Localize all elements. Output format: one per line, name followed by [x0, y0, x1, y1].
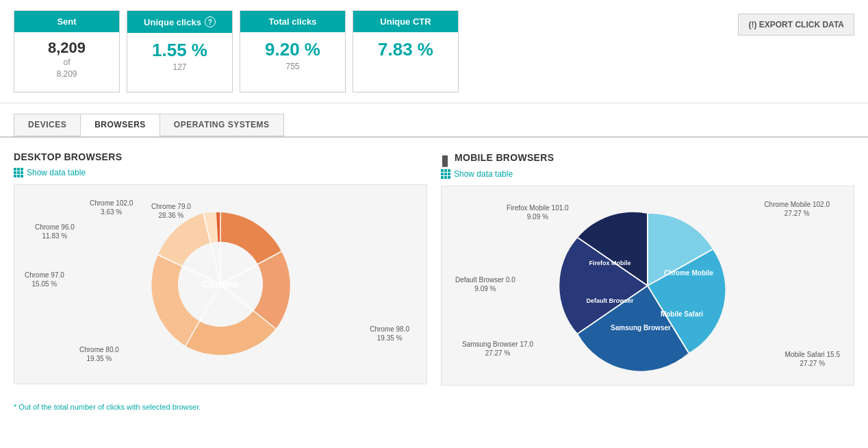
tab-devices[interactable]: DEVICES [14, 114, 81, 136]
label-chrome96: Chrome 96.0 11.83 % [35, 223, 75, 240]
sent-header: Sent [14, 11, 119, 32]
desktop-browsers-title: DESKTOP BROWSERS [14, 151, 122, 162]
unique-ctr-body: 7.83 % [353, 32, 458, 67]
inner-label-firefox: Firefox Mobile [589, 260, 630, 266]
unique-clicks-body: 1.55 % 127 [127, 33, 232, 79]
sent-of-label: of [63, 58, 70, 67]
inner-label-safari: Mobile Safari [661, 310, 703, 318]
label-chrome97: Chrome 97.0 15.05 % [25, 271, 64, 288]
label-mobile-safari: Mobile Safari 15.5 27.27 % [784, 350, 840, 368]
mobile-pie-container: Chrome Mobile Mobile Safari Samsung Brow… [452, 197, 843, 375]
label-chrome79: Chrome 79.0 28.36 % [151, 202, 191, 220]
label-chrome98: Chrome 98.0 19.35 % [370, 325, 409, 343]
total-clicks-main: 9.20 % [247, 39, 338, 60]
tab-os-label: OPERATING SYSTEMS [174, 120, 270, 129]
footer-note: * Out of the total number of clicks with… [0, 399, 868, 418]
unique-ctr-header: Unique CTR [353, 11, 458, 32]
sent-sub-value: 8,209 [56, 69, 77, 79]
sent-main-value: 8,209 [21, 39, 112, 57]
mobile-show-data-label: Show data table [454, 169, 513, 179]
label-firefox-mobile: Firefox Mobile 101.0 9.09 % [507, 203, 569, 221]
inner-label-default: Default Browser [586, 297, 634, 304]
stats-bar: Sent 8,209 of 8,209 Unique clicks ? 1.55… [0, 0, 868, 103]
mobile-show-data-link[interactable]: Show data table [441, 169, 854, 179]
desktop-chart-box: Chrome Chrome 79.0 28.36 % Chrome 98.0 1… [14, 184, 427, 384]
label-chrome102: Chrome 102.0 3.63 % [90, 199, 133, 216]
tab-operating-systems[interactable]: OPERATING SYSTEMS [159, 114, 284, 136]
total-clicks-card: Total clicks 9.20 % 755 [240, 10, 346, 92]
export-click-data-button[interactable]: (!) EXPORT CLICK DATA [738, 14, 854, 36]
label-samsung: Samsung Browser 17.0 27.27 % [462, 340, 533, 358]
mobile-browsers-title: MOBILE BROWSERS [455, 152, 554, 163]
grid-icon-mobile [441, 169, 450, 179]
desktop-browsers-section: DESKTOP BROWSERS Show data table [14, 151, 427, 386]
tabs-row: DEVICES BROWSERS OPERATING SYSTEMS [0, 103, 868, 138]
desktop-show-data-label: Show data table [27, 168, 86, 177]
tab-browsers[interactable]: BROWSERS [80, 114, 160, 136]
sent-card: Sent 8,209 of 8,209 [14, 10, 120, 92]
help-icon[interactable]: ? [205, 16, 216, 27]
total-clicks-body: 9.20 % 755 [240, 32, 345, 78]
unique-ctr-main: 7.83 % [360, 39, 451, 60]
unique-clicks-card: Unique clicks ? 1.55 % 127 [127, 10, 233, 92]
sent-label: Sent [57, 16, 76, 27]
sent-of: of 8,209 [21, 57, 112, 80]
unique-clicks-header: Unique clicks ? [127, 11, 232, 33]
donut-center-label: Chrome [203, 279, 239, 290]
mobile-chart-box: Chrome Mobile Mobile Safari Samsung Brow… [441, 186, 854, 386]
label-chrome-mobile: Chrome Mobile 102.0 27.27 % [764, 200, 830, 218]
unique-ctr-card: Unique CTR 7.83 % [353, 10, 459, 92]
charts-area: DESKTOP BROWSERS Show data table [0, 138, 868, 399]
total-clicks-sub: 755 [247, 62, 338, 71]
label-default: Default Browser 0.0 9.09 % [455, 275, 515, 293]
grid-icon-desktop [14, 168, 23, 177]
total-clicks-header: Total clicks [240, 11, 345, 32]
label-chrome80: Chrome 80.0 19.35 % [79, 345, 119, 363]
tab-devices-label: DEVICES [28, 120, 66, 129]
total-clicks-label: Total clicks [269, 16, 317, 27]
unique-clicks-label: Unique clicks [144, 17, 201, 27]
mobile-device-icon: ▮ [441, 151, 449, 169]
desktop-show-data-link[interactable]: Show data table [14, 168, 427, 177]
unique-ctr-label: Unique CTR [380, 16, 431, 27]
desktop-pie-chart: Chrome [125, 199, 316, 370]
desktop-section-header: DESKTOP BROWSERS [14, 151, 427, 168]
mobile-browsers-section: ▮ MOBILE BROWSERS Show data table [441, 151, 854, 386]
tab-browsers-label: BROWSERS [94, 120, 146, 129]
sent-body: 8,209 of 8,209 [14, 32, 119, 87]
inner-label-chrome-mobile: Chrome Mobile [664, 269, 714, 277]
mobile-section-header: ▮ MOBILE BROWSERS [441, 151, 854, 169]
unique-clicks-sub: 127 [134, 62, 225, 72]
mobile-pie-chart: Chrome Mobile Mobile Safari Samsung Brow… [538, 197, 757, 375]
inner-label-samsung: Samsung Browser [611, 324, 671, 332]
desktop-pie-container: Chrome Chrome 79.0 28.36 % Chrome 98.0 1… [25, 195, 416, 373]
unique-clicks-main: 1.55 % [134, 40, 225, 61]
